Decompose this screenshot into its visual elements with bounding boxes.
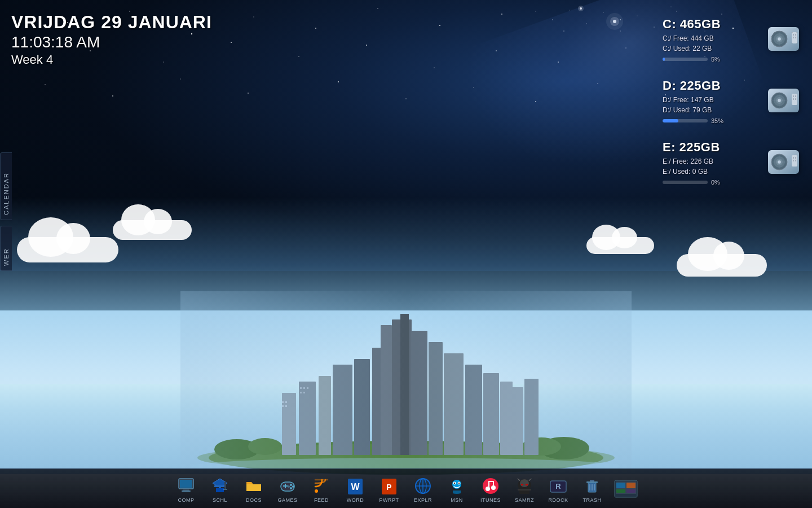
taskbar-item-files[interactable]	[610, 471, 642, 506]
svg-point-138	[290, 487, 292, 489]
svg-rect-124	[180, 480, 192, 488]
taskbar-item-itunes[interactable]: ITUNES	[474, 471, 507, 506]
taskbar-label-pwrpt: PWRPT	[379, 497, 399, 503]
svg-point-160	[491, 485, 496, 490]
clock-date: VRIJDAG 29 JANUARI	[11, 11, 212, 33]
files-icon	[616, 479, 636, 499]
taskbar-item-samrz[interactable]: SAMRZ	[508, 471, 541, 506]
school-icon	[210, 476, 230, 496]
taskbar-label-docs: DOCS	[246, 497, 262, 503]
svg-point-159	[486, 487, 490, 491]
word-icon: W	[345, 476, 365, 496]
svg-rect-179	[616, 489, 625, 493]
taskbar-label-explr: EXPLR	[414, 497, 432, 503]
svg-point-7	[501, 14, 502, 15]
svg-rect-106	[792, 94, 797, 105]
svg-text:R: R	[555, 482, 561, 491]
svg-rect-108	[793, 98, 794, 100]
disk-c-info: C: 465GB C:/ Free: 444 GB C:/ Used: 22 G…	[663, 17, 758, 63]
svg-rect-132	[223, 489, 227, 490]
taskbar-label-feed: FEED	[314, 497, 329, 503]
computer-icon	[176, 476, 196, 496]
svg-point-5	[377, 8, 378, 9]
disk-c-title: C: 465GB	[663, 17, 758, 32]
folder-icon	[244, 476, 264, 496]
svg-rect-130	[214, 485, 226, 487]
disk-d-bar	[663, 119, 708, 122]
svg-point-6	[439, 25, 440, 26]
disk-c-free: C:/ Free: 444 GB	[663, 33, 758, 43]
svg-point-26	[248, 93, 249, 94]
svg-rect-177	[616, 483, 625, 488]
taskbar-item-rdock[interactable]: R RDOCK	[542, 471, 575, 506]
svg-point-28	[405, 98, 407, 99]
cloud-2	[113, 220, 192, 240]
svg-rect-163	[518, 489, 531, 491]
disk-d-info: D: 225GB D:/ Free: 147 GB D:/ Used: 79 G…	[663, 78, 758, 124]
disk-e-bar	[663, 181, 708, 184]
taskbar-item-schl[interactable]: SCHL	[204, 471, 236, 506]
svg-point-23	[45, 84, 46, 85]
svg-rect-109	[795, 95, 796, 97]
disk-e-info: E: 225GB E:/ Free: 226 GB E:/ Used: 0 GB…	[663, 140, 758, 186]
disk-c-item: C: 465GB C:/ Free: 444 GB C:/ Used: 22 G…	[663, 17, 801, 63]
svg-rect-120	[793, 160, 794, 161]
taskbar-item-pwrpt[interactable]: P PWRPT	[373, 471, 405, 506]
calendar-tab[interactable]: CALENDAR	[0, 152, 12, 220]
taskbar-label-comp: COMP	[178, 497, 195, 503]
svg-point-34	[535, 11, 536, 11]
svg-point-137	[292, 485, 294, 488]
svg-rect-166	[526, 484, 528, 485]
svg-rect-97	[795, 34, 796, 36]
svg-rect-94	[792, 32, 797, 43]
svg-rect-98	[795, 37, 796, 38]
taskbar-label-rdock: RDOCK	[548, 497, 568, 503]
disk-e-free: E:/ Free: 226 GB	[663, 156, 758, 167]
svg-point-155	[483, 478, 498, 494]
taskbar-item-trash[interactable]: TRASH	[576, 471, 608, 506]
taskbar-label-trash: TRASH	[582, 497, 601, 503]
taskbar-label-schl: SCHL	[213, 497, 227, 503]
feed-icon	[311, 476, 332, 496]
calendar-tab-label: CALENDAR	[3, 172, 10, 215]
disk-e-bar-container: 0%	[663, 179, 758, 186]
taskbar-item-docs[interactable]: DOCS	[237, 471, 270, 506]
hdd-c-icon	[767, 24, 801, 55]
svg-rect-170	[586, 481, 598, 483]
svg-rect-131	[224, 482, 226, 489]
svg-point-149	[416, 479, 430, 493]
taskbar-item-msn[interactable]: MSN	[440, 471, 473, 506]
disk-d-percent: 35%	[711, 117, 723, 124]
cloud-3	[677, 254, 767, 277]
trash-icon	[582, 476, 602, 496]
taskbar: COMP SCHL	[0, 468, 812, 508]
svg-rect-107	[793, 95, 794, 97]
disk-c-bar	[663, 58, 708, 61]
samurai-icon	[514, 476, 535, 496]
disk-e-percent: 0%	[711, 179, 720, 186]
taskbar-item-games[interactable]: GAMES	[271, 471, 304, 506]
taskbar-item-explr[interactable]: EXPLR	[407, 471, 439, 506]
svg-rect-110	[795, 98, 796, 100]
taskbar-item-word[interactable]: W WORD	[339, 471, 372, 506]
svg-rect-171	[590, 480, 594, 481]
svg-point-27	[338, 81, 339, 82]
taskbar-item-feed[interactable]: FEED	[305, 471, 338, 506]
msn-icon	[447, 476, 467, 496]
weather-tab[interactable]: WER	[0, 226, 12, 271]
cloud-1	[17, 237, 118, 262]
taskbar-label-samrz: SAMRZ	[515, 497, 534, 503]
explorer-icon	[413, 476, 433, 496]
svg-rect-164	[519, 491, 529, 494]
svg-rect-129	[216, 488, 224, 492]
disk-e-title: E: 225GB	[663, 140, 758, 155]
itunes-icon	[480, 476, 501, 496]
clock-widget: VRIJDAG 29 JANUARI 11:03:18 AM Week 4	[11, 11, 212, 68]
desktop: VRIJDAG 29 JANUARI 11:03:18 AM Week 4 C:…	[0, 0, 812, 508]
disk-d-item: D: 225GB D:/ Free: 147 GB D:/ Used: 79 G…	[663, 78, 801, 124]
svg-rect-126	[182, 491, 191, 492]
rdock-icon: R	[548, 476, 568, 496]
hdd-d-icon	[767, 86, 801, 117]
weather-tab-label: WER	[3, 248, 10, 266]
taskbar-item-comp[interactable]: COMP	[170, 471, 202, 506]
